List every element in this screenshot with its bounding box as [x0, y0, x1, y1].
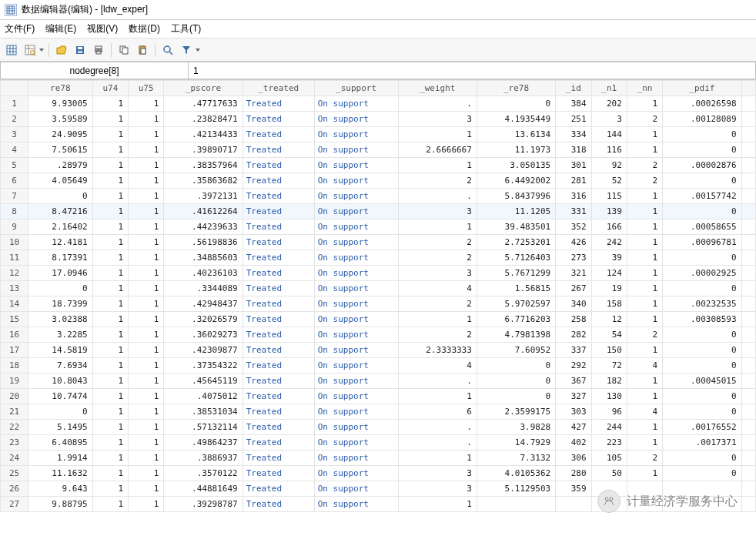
cell[interactable]: .49864237	[164, 435, 243, 451]
cell[interactable]: 2	[627, 173, 662, 189]
cell[interactable]: Treated	[243, 204, 314, 219]
cell[interactable]: .00176552	[663, 420, 741, 435]
cell[interactable]: 182	[591, 374, 627, 389]
cell[interactable]: 3.9828	[477, 420, 555, 435]
cell[interactable]: 2	[398, 296, 477, 312]
cell[interactable]: 273	[556, 250, 591, 266]
cell[interactable]: 7.3132	[477, 451, 555, 466]
cell[interactable]: 72	[591, 358, 627, 374]
row-number[interactable]: 23	[1, 435, 28, 451]
varname-input[interactable]: nodegree[8]	[0, 62, 189, 79]
grid-edit-icon[interactable]	[3, 42, 20, 59]
cell[interactable]	[627, 481, 662, 497]
cell[interactable]: 1	[92, 127, 128, 142]
cell[interactable]: 1	[129, 296, 164, 312]
cell[interactable]: 0	[477, 389, 555, 404]
cell[interactable]: 1	[627, 204, 662, 219]
cell[interactable]: 1	[92, 404, 128, 420]
menu-tools[interactable]: 工具(T)	[171, 22, 201, 35]
cell[interactable]: 2.3599175	[477, 404, 555, 420]
corner-cell[interactable]	[1, 81, 28, 96]
row-number[interactable]: 19	[1, 374, 28, 389]
cell[interactable]: 1	[129, 451, 164, 466]
cell[interactable]: 24.9095	[28, 127, 93, 142]
cell[interactable]: 1	[129, 481, 164, 497]
cell[interactable]: On support	[314, 204, 398, 219]
save-icon[interactable]	[72, 42, 89, 59]
table-row[interactable]: 1217.094611.40236103TreatedOn support35.…	[1, 266, 756, 281]
table-row[interactable]: 241.991411.3886937TreatedOn support17.31…	[1, 451, 756, 466]
cell[interactable]: 2.6666667	[398, 142, 477, 158]
cell[interactable]: 1	[627, 374, 662, 389]
cell[interactable]: On support	[314, 374, 398, 389]
cell[interactable]: 1	[627, 435, 662, 451]
cell[interactable]: 1	[92, 142, 128, 158]
cell[interactable]: 3.050135	[477, 158, 555, 173]
cell[interactable]: On support	[314, 327, 398, 343]
row-number[interactable]: 3	[1, 127, 28, 142]
cell[interactable]: 1	[129, 127, 164, 142]
table-row[interactable]: 23.5958911.23828471TreatedOn support34.1…	[1, 112, 756, 127]
cell[interactable]: .00157742	[663, 189, 741, 204]
cell[interactable]: 4.05649	[28, 173, 93, 189]
cell[interactable]: On support	[314, 127, 398, 142]
cell[interactable]: 2	[627, 112, 662, 127]
cell[interactable]: 0	[28, 281, 93, 296]
cell[interactable]: Treated	[243, 189, 314, 204]
cell[interactable]: On support	[314, 142, 398, 158]
cell[interactable]: 0	[477, 374, 555, 389]
table-row[interactable]: 19.9300511.47717633TreatedOn support.038…	[1, 96, 756, 112]
cell[interactable]: 1	[92, 219, 128, 235]
row-number[interactable]: 24	[1, 451, 28, 466]
cell[interactable]: 321	[556, 266, 591, 281]
cell[interactable]: 1	[92, 312, 128, 327]
cell[interactable]: 3	[398, 112, 477, 127]
cell[interactable]: 6.40895	[28, 435, 93, 451]
filter-icon[interactable]	[178, 42, 195, 59]
cell[interactable]: 1	[129, 112, 164, 127]
cell[interactable]: 1	[627, 389, 662, 404]
cell[interactable]: Treated	[243, 281, 314, 296]
row-number[interactable]: 25	[1, 466, 28, 481]
table-row[interactable]: 163.228511.36029273TreatedOn support24.7…	[1, 327, 756, 343]
cell[interactable]: 1	[129, 173, 164, 189]
cell[interactable]: 384	[556, 96, 591, 112]
cell[interactable]: 1	[129, 312, 164, 327]
cell[interactable]: Treated	[243, 158, 314, 173]
paste-icon[interactable]	[134, 42, 151, 59]
cell[interactable]: 116	[591, 142, 627, 158]
cell[interactable]: 5.9702597	[477, 296, 555, 312]
row-number[interactable]: 10	[1, 235, 28, 250]
cell[interactable]: 1	[627, 142, 662, 158]
cell[interactable]: 7.50615	[28, 142, 93, 158]
cell[interactable]: Treated	[243, 296, 314, 312]
cell[interactable]: 4	[627, 358, 662, 374]
table-row[interactable]: 118.1739111.34885603TreatedOn support25.…	[1, 250, 756, 266]
cell[interactable]: Treated	[243, 374, 314, 389]
cell[interactable]: 2	[627, 158, 662, 173]
cell[interactable]: 1	[92, 420, 128, 435]
cell[interactable]: 316	[556, 189, 591, 204]
cell[interactable]: 1	[129, 266, 164, 281]
cell[interactable]: 1	[398, 497, 477, 512]
dropdown-arrow-icon[interactable]	[195, 42, 201, 59]
cell[interactable]: 1	[129, 189, 164, 204]
cell[interactable]: 124	[591, 266, 627, 281]
cell[interactable]: 280	[556, 466, 591, 481]
cell[interactable]: 12.4181	[28, 235, 93, 250]
grid-browse-icon[interactable]	[22, 42, 38, 59]
cell[interactable]: .	[398, 374, 477, 389]
cell[interactable]: 0	[663, 404, 741, 420]
cell[interactable]: 130	[591, 389, 627, 404]
cell[interactable]: 96	[591, 404, 627, 420]
column-header[interactable]: _re78	[477, 81, 555, 96]
cell[interactable]: 115	[591, 189, 627, 204]
cell[interactable]: 1	[92, 158, 128, 173]
cell[interactable]: 10.8043	[28, 374, 93, 389]
cell[interactable]: .3570122	[164, 466, 243, 481]
cell[interactable]: Treated	[243, 435, 314, 451]
table-row[interactable]: 1012.418111.56198836TreatedOn support22.…	[1, 235, 756, 250]
row-number[interactable]: 18	[1, 358, 28, 374]
column-header[interactable]: _n1	[591, 81, 627, 96]
cell[interactable]: Treated	[243, 451, 314, 466]
